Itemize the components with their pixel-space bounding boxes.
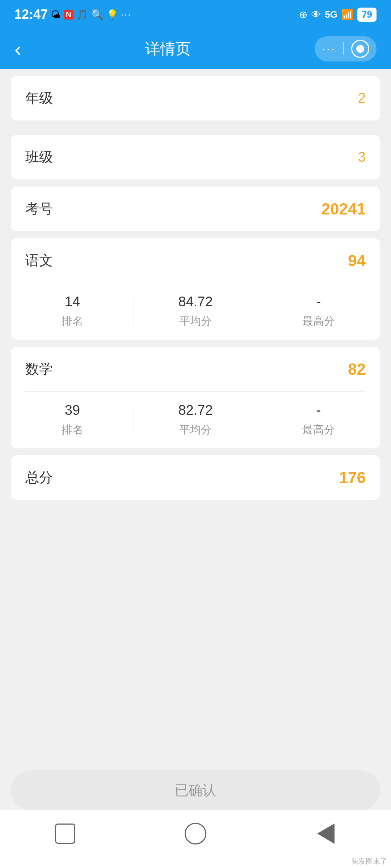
chinese-max-item: - 最高分 [257,294,380,329]
chinese-max-label: 最高分 [302,314,335,329]
light-icon: 💡 [106,9,118,20]
chinese-rank-label: 排名 [62,314,83,329]
chinese-score-row: 语文 94 [11,238,380,283]
battery-indicator: 79 [357,8,377,22]
total-score-row: 总分 176 [11,455,380,500]
partial-card: 年级 2 [11,76,380,120]
math-stats: 39 排名 82.72 平均分 - 最高分 [11,392,380,448]
class-value: 3 [358,149,366,165]
card-exam-number: 考号 20241 [11,187,380,231]
camera-icon [356,45,364,53]
bottom-area: 已确认 [11,770,380,810]
chinese-stats: 14 排名 84.72 平均分 - 最高分 [11,283,380,340]
chinese-label: 语文 [25,251,53,270]
chinese-avg-value: 84.72 [178,294,213,310]
app-icon-1: N [64,10,73,20]
nav-divider [343,42,344,55]
card-math: 数学 82 39 排名 82.72 平均分 - 最高分 [11,347,380,448]
search-icon: 🔍 [91,9,104,21]
empty-space [11,507,380,652]
eye-icon: 👁 [311,9,321,21]
chinese-avg-item: 84.72 平均分 [134,294,257,329]
partial-value: 2 [358,90,366,106]
confirm-button[interactable]: 已确认 [11,770,380,810]
math-value: 82 [348,360,366,378]
nav-actions: ··· [315,36,377,61]
more-icon: ··· [121,9,131,20]
confirm-label: 已确认 [175,781,216,800]
main-content: 班级 3 考号 20241 语文 94 14 排名 84.72 平均分 - [0,128,391,652]
card-total: 总分 176 [11,455,380,500]
watermark-text: 头发图来了 [351,856,387,866]
partial-row: 年级 2 [11,76,380,120]
chinese-value: 94 [348,252,366,270]
math-rank-item: 39 排名 [11,403,134,437]
math-score-row: 数学 82 [11,347,380,391]
nav-bar: ‹ 详情页 ··· [0,29,391,69]
math-avg-item: 82.72 平均分 [134,403,257,437]
total-value: 176 [339,469,366,487]
total-label: 总分 [25,468,53,487]
back-button[interactable]: ‹ [14,37,21,61]
back-nav-icon [317,824,335,844]
music-icon: 🎵 [76,9,88,20]
math-avg-label: 平均分 [179,422,212,437]
chinese-rank-item: 14 排名 [11,294,134,329]
math-avg-value: 82.72 [178,403,213,418]
math-max-item: - 最高分 [257,403,380,437]
nav-home-button[interactable] [181,819,210,848]
partial-label: 年级 [25,89,53,107]
home-icon [185,823,206,844]
exam-number-row: 考号 20241 [11,187,380,231]
math-rank-label: 排名 [62,422,83,437]
card-chinese: 语文 94 14 排名 84.72 平均分 - 最高分 [11,238,380,340]
class-label: 班级 [25,148,53,166]
weather-icon: 🌤 [51,9,61,21]
math-max-value: - [316,403,321,418]
exam-number-value: 20241 [321,200,366,218]
chinese-max-value: - [316,294,321,310]
bottom-nav: 头发图来了 [0,810,391,868]
chinese-rank-value: 14 [65,294,80,310]
recent-icon [55,824,75,844]
nav-back-button[interactable]: 头发图来了 [311,819,340,848]
signal-icon: ⊕ [299,9,307,21]
math-rank-value: 39 [65,403,80,418]
status-time: 12:47 [14,7,48,22]
chinese-avg-label: 平均分 [179,314,212,329]
nav-recent-button[interactable] [51,819,80,848]
signal-bars: 📶 [341,9,354,21]
math-max-label: 最高分 [302,422,335,437]
more-button[interactable]: ··· [322,42,336,56]
status-bar: 12:47 🌤 N 🎵 🔍 💡 ··· ⊕ 👁 5G 📶 79 [0,0,391,29]
exam-number-label: 考号 [25,200,53,218]
class-row: 班级 3 [11,135,380,179]
camera-button[interactable] [351,40,369,58]
math-label: 数学 [25,360,53,378]
network-icon: 5G [325,9,337,20]
status-right: ⊕ 👁 5G 📶 79 [299,8,377,22]
page-title: 详情页 [21,39,315,59]
card-class: 班级 3 [11,135,380,179]
